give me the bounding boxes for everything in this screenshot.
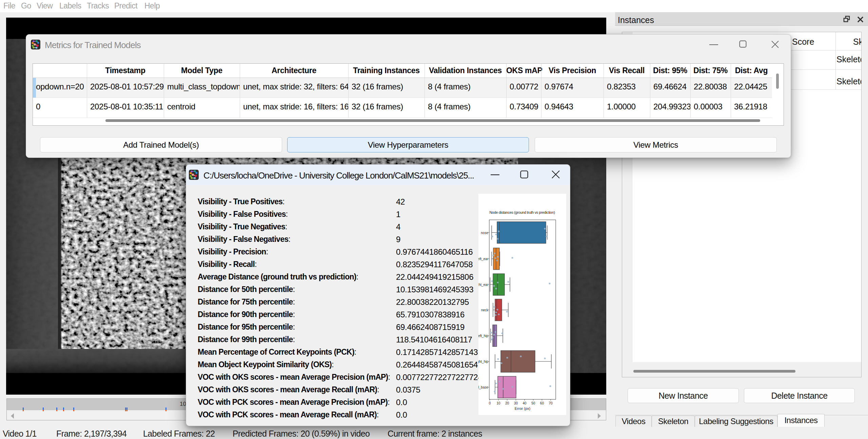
svg-text:left_hip: left_hip bbox=[478, 334, 488, 338]
svg-text:50: 50 bbox=[531, 401, 535, 405]
svg-text:10: 10 bbox=[497, 401, 501, 405]
svg-text:70: 70 bbox=[549, 401, 553, 405]
svg-text:Error (px): Error (px) bbox=[515, 406, 530, 411]
svg-text:right_ear: right_ear bbox=[478, 283, 489, 287]
svg-text:40: 40 bbox=[523, 401, 527, 405]
svg-text:20: 20 bbox=[505, 401, 509, 405]
svg-text:left_ear: left_ear bbox=[478, 257, 489, 261]
svg-text:tail_base: tail_base bbox=[478, 385, 488, 389]
svg-text:neck: neck bbox=[481, 308, 489, 312]
svg-text:60: 60 bbox=[540, 401, 544, 405]
svg-text:right_hip: right_hip bbox=[478, 360, 488, 363]
svg-text:0: 0 bbox=[489, 401, 491, 405]
svg-text:nose: nose bbox=[481, 231, 488, 235]
svg-text:Node distances (ground truth v: Node distances (ground truth vs predicti… bbox=[489, 210, 555, 214]
svg-text:30: 30 bbox=[514, 401, 518, 405]
